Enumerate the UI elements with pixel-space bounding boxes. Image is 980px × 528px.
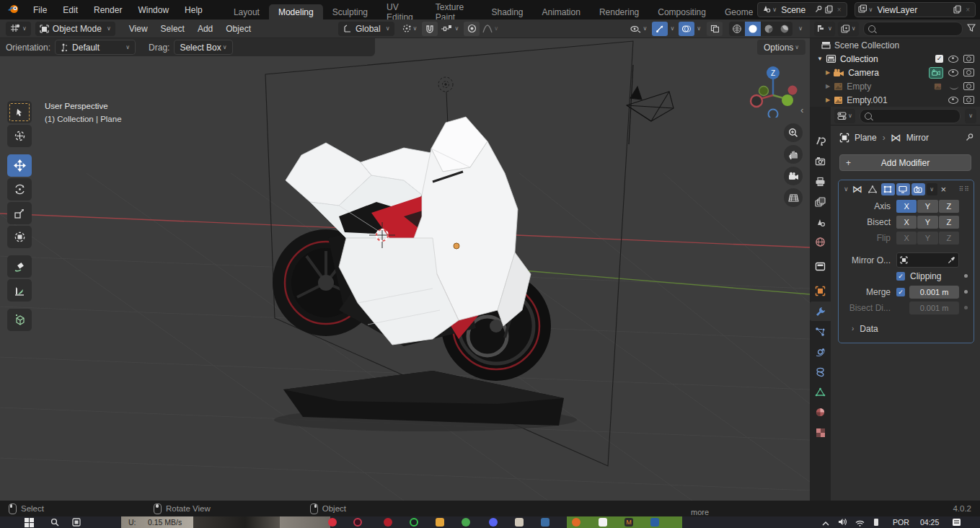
tab-layout[interactable]: Layout bbox=[224, 4, 269, 19]
options-dropdown[interactable]: Options∨ bbox=[757, 40, 805, 55]
drag-dropdown[interactable]: Select Box ∨ bbox=[174, 40, 232, 55]
pan-hand-button[interactable] bbox=[784, 145, 803, 164]
overlays-toggle[interactable] bbox=[679, 22, 694, 36]
tab-render[interactable] bbox=[810, 151, 831, 171]
merge-checkbox[interactable]: ✓ bbox=[896, 288, 905, 296]
shading-rendered-button[interactable] bbox=[777, 22, 793, 36]
outliner-editor-type-button[interactable]: ∨ bbox=[814, 22, 835, 36]
notification-center-icon[interactable] bbox=[952, 518, 961, 528]
flip-x-button[interactable]: X bbox=[896, 232, 917, 245]
scene-selector[interactable]: ∨ Scene × bbox=[757, 2, 847, 17]
menu-render[interactable]: Render bbox=[86, 0, 130, 19]
camera-render-icon[interactable] bbox=[963, 69, 974, 76]
tab-object-constraints[interactable] bbox=[810, 362, 831, 382]
bisect-distance-field[interactable]: 0.001 m bbox=[909, 302, 959, 314]
flip-z-button[interactable]: Z bbox=[939, 232, 959, 245]
pivot-point-dropdown[interactable]: ∨ bbox=[397, 22, 422, 36]
outliner-row-empty[interactable]: ▶ Empty bbox=[810, 79, 980, 93]
clipping-checkbox[interactable]: ✓ bbox=[896, 272, 905, 281]
breadcrumb-modifier[interactable]: Mirror bbox=[906, 133, 929, 143]
taskbar-app-document[interactable] bbox=[599, 518, 607, 527]
navigation-gizmo[interactable]: Z bbox=[746, 63, 804, 118]
tab-object[interactable] bbox=[810, 281, 831, 301]
tab-texture[interactable] bbox=[810, 423, 831, 442]
drag-handle-icon[interactable]: ⠿⠿ bbox=[959, 185, 970, 193]
empty001-hide-icon[interactable] bbox=[948, 97, 958, 104]
pin-icon[interactable] bbox=[815, 5, 823, 15]
outliner-display-mode-button[interactable]: ∨ bbox=[838, 22, 859, 36]
snap-toggle[interactable] bbox=[422, 22, 438, 36]
bisect-z-button[interactable]: Z bbox=[939, 216, 959, 229]
tab-modifiers[interactable] bbox=[810, 302, 831, 321]
gizmo-chevron[interactable]: ∨ bbox=[670, 25, 674, 32]
display-on-cage-toggle[interactable] bbox=[866, 183, 880, 195]
tool-transform[interactable] bbox=[7, 226, 32, 248]
tool-scale[interactable] bbox=[7, 202, 32, 224]
orthographic-toggle-button[interactable] bbox=[784, 188, 803, 207]
flip-y-button[interactable]: Y bbox=[917, 232, 937, 245]
taskbar-app-red-3[interactable] bbox=[384, 518, 392, 527]
empty-render-icon[interactable] bbox=[963, 82, 974, 90]
add-viewlayer-icon[interactable] bbox=[953, 5, 961, 15]
expand-arrow-icon[interactable]: ▶ bbox=[826, 97, 830, 103]
breadcrumb-object[interactable]: Plane bbox=[855, 133, 877, 143]
tab-animation[interactable]: Animation bbox=[533, 4, 590, 19]
tab-tool[interactable] bbox=[810, 131, 831, 151]
proportional-falloff-dropdown[interactable]: ∨ bbox=[480, 22, 500, 36]
modifier-extras-chevron[interactable]: ∨ bbox=[927, 183, 937, 195]
tab-view-layer[interactable] bbox=[810, 192, 831, 211]
tool-select-box[interactable] bbox=[7, 101, 32, 123]
taskbar-app-m[interactable]: M bbox=[624, 518, 633, 527]
tab-scene[interactable] bbox=[810, 212, 831, 232]
task-view-icon[interactable] bbox=[72, 518, 81, 528]
taskbar-app-red-2[interactable] bbox=[353, 518, 362, 527]
add-modifier-button[interactable]: + Add Modifier bbox=[839, 154, 971, 171]
collection-hide-icon[interactable] bbox=[948, 56, 958, 63]
menu-viewport-view[interactable]: View bbox=[123, 24, 154, 34]
shading-material-button[interactable] bbox=[761, 22, 777, 36]
taskbar-search-icon[interactable] bbox=[50, 518, 59, 528]
animate-dot[interactable] bbox=[964, 274, 968, 278]
bisect-y-button[interactable]: Y bbox=[917, 216, 937, 229]
tray-expand-icon[interactable] bbox=[822, 519, 829, 528]
phone-link-icon[interactable] bbox=[873, 518, 879, 528]
transform-orientation-dropdown[interactable]: Global ∨ bbox=[338, 22, 394, 36]
sidebar-collapse-arrow[interactable]: ‹ bbox=[800, 105, 803, 115]
properties-editor-type-button[interactable]: ∨ bbox=[834, 109, 855, 123]
orientation-dropdown[interactable]: Default ∨ bbox=[55, 40, 136, 55]
collection-checkbox[interactable]: ✓ bbox=[935, 55, 943, 63]
taskbar-app-whatsapp[interactable] bbox=[410, 518, 418, 527]
panel-expand-chevron[interactable]: ∨ bbox=[844, 185, 849, 193]
tab-compositing[interactable]: Compositing bbox=[648, 4, 715, 19]
viewlayer-name[interactable]: ViewLayer bbox=[873, 5, 951, 15]
shading-wireframe-button[interactable] bbox=[729, 22, 745, 36]
clock[interactable]: 04:25 bbox=[920, 518, 939, 527]
taskbar-app-flame[interactable] bbox=[572, 518, 581, 527]
expand-arrow-icon[interactable]: ▼ bbox=[817, 56, 823, 62]
zoom-button[interactable] bbox=[784, 123, 803, 142]
collection-render-icon[interactable] bbox=[963, 55, 974, 63]
eyedropper-icon[interactable] bbox=[948, 256, 955, 264]
taskbar-app-red-1[interactable] bbox=[328, 518, 337, 527]
tab-texture-paint[interactable]: Texture Paint bbox=[426, 4, 482, 19]
menu-viewport-select[interactable]: Select bbox=[154, 24, 191, 34]
mirror-object-field[interactable] bbox=[896, 252, 959, 268]
taskbar-app-discord[interactable] bbox=[489, 518, 498, 527]
blender-logo-icon[interactable] bbox=[7, 4, 19, 16]
scene-name[interactable]: Scene bbox=[777, 5, 815, 15]
menu-file[interactable]: File bbox=[25, 0, 55, 19]
delete-modifier-icon[interactable]: × bbox=[941, 184, 947, 195]
pin-id-icon[interactable] bbox=[966, 133, 974, 144]
outliner-row-collection[interactable]: ▼ Collection ✓ bbox=[810, 52, 980, 66]
empty001-render-icon[interactable] bbox=[963, 96, 974, 104]
tab-output[interactable] bbox=[810, 172, 831, 191]
tab-geometry-nodes[interactable]: Geome bbox=[715, 4, 754, 19]
menu-help[interactable]: Help bbox=[177, 0, 211, 19]
camera-data-badge[interactable] bbox=[929, 67, 943, 79]
axis-y-button[interactable]: Y bbox=[917, 200, 937, 213]
bisect-x-button[interactable]: X bbox=[896, 216, 917, 229]
keyboard-language[interactable]: POR bbox=[893, 518, 909, 527]
editor-type-button[interactable]: ∨ bbox=[6, 22, 31, 36]
outliner-row-empty001[interactable]: ▶ Empty.001 bbox=[810, 93, 980, 107]
xray-toggle[interactable] bbox=[707, 22, 723, 36]
